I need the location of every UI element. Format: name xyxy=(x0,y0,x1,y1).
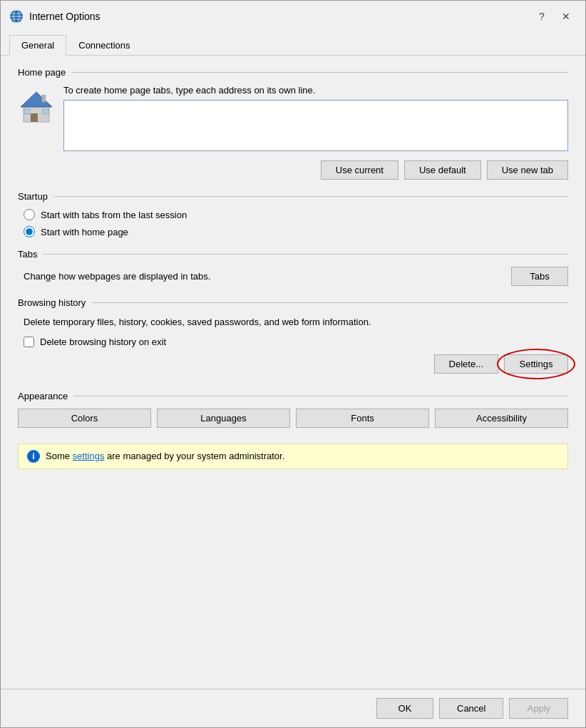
appearance-section: Appearance Colors Languages Fonts Access… xyxy=(18,391,568,428)
info-text-after: are managed by your system administrator… xyxy=(104,451,284,461)
browsing-history-header: Browsing history xyxy=(18,297,568,308)
tabs-row: Change how webpages are displayed in tab… xyxy=(24,267,568,286)
info-text-before: Some xyxy=(46,451,73,461)
browsing-history-section: Browsing history Delete temporary files,… xyxy=(18,297,568,379)
info-bar: i Some settings are managed by your syst… xyxy=(18,444,568,469)
svg-marker-6 xyxy=(21,92,52,107)
title-bar-left: Internet Options xyxy=(9,9,101,24)
svg-rect-8 xyxy=(24,109,30,114)
title-bar: Internet Options ? ✕ xyxy=(1,1,585,32)
startup-section: Startup Start with tabs from the last se… xyxy=(18,191,568,237)
home-page-textarea[interactable] xyxy=(63,100,568,151)
browsing-history-divider xyxy=(91,302,568,303)
info-text: Some settings are managed by your system… xyxy=(46,451,284,461)
svg-rect-7 xyxy=(31,113,38,122)
title-bar-controls: ? ✕ xyxy=(531,6,577,26)
tabs-section: Tabs Change how webpages are displayed i… xyxy=(18,249,568,286)
home-page-buttons: Use current Use default Use new tab xyxy=(18,160,568,180)
ok-button[interactable]: OK xyxy=(376,698,433,719)
use-new-tab-button[interactable]: Use new tab xyxy=(487,160,568,180)
home-page-section: Home page xyxy=(18,67,568,180)
appearance-divider xyxy=(73,396,568,396)
cancel-button[interactable]: Cancel xyxy=(439,698,503,719)
internet-options-dialog: Internet Options ? ✕ General Connections… xyxy=(0,0,586,728)
home-icon xyxy=(18,88,55,125)
startup-option-last-session[interactable]: Start with tabs from the last session xyxy=(24,209,568,220)
info-icon: i xyxy=(27,450,40,463)
home-page-description: To create home page tabs, type each addr… xyxy=(63,85,568,96)
accessibility-button[interactable]: Accessibility xyxy=(435,409,568,428)
startup-radio-home-page[interactable] xyxy=(24,226,35,237)
settings-button[interactable]: Settings xyxy=(504,354,568,374)
svg-rect-10 xyxy=(42,95,46,102)
startup-label-home-page: Start with home page xyxy=(41,227,128,237)
startup-radio-group: Start with tabs from the last session St… xyxy=(24,209,568,237)
tabs-button[interactable]: Tabs xyxy=(511,267,568,286)
appearance-title: Appearance xyxy=(18,391,73,401)
browsing-history-title: Browsing history xyxy=(18,297,91,308)
dialog-title: Internet Options xyxy=(29,11,101,22)
home-page-right: To create home page tabs, type each addr… xyxy=(63,85,568,153)
tabs-divider xyxy=(43,254,568,255)
startup-option-home-page[interactable]: Start with home page xyxy=(24,226,568,237)
tabs-description: Change how webpages are displayed in tab… xyxy=(24,271,210,282)
settings-link[interactable]: settings xyxy=(73,451,105,461)
startup-header: Startup xyxy=(18,191,568,202)
home-page-divider xyxy=(71,72,568,73)
home-page-content: To create home page tabs, type each addr… xyxy=(18,85,568,153)
browsing-buttons: Delete... Settings xyxy=(18,354,568,374)
startup-label-last-session: Start with tabs from the last session xyxy=(41,210,187,220)
delete-button[interactable]: Delete... xyxy=(434,354,498,374)
languages-button[interactable]: Languages xyxy=(157,409,290,428)
help-button[interactable]: ? xyxy=(531,6,552,26)
close-button[interactable]: ✕ xyxy=(555,6,577,26)
use-current-button[interactable]: Use current xyxy=(321,160,399,180)
home-page-header: Home page xyxy=(18,67,568,78)
startup-divider xyxy=(53,196,568,197)
startup-radio-last-session[interactable] xyxy=(24,209,35,220)
dialog-content: Home page xyxy=(1,56,585,689)
tab-general[interactable]: General xyxy=(9,35,66,56)
dialog-footer: OK Cancel Apply xyxy=(1,689,585,727)
delete-on-exit-label: Delete browsing history on exit xyxy=(40,337,166,347)
svg-rect-9 xyxy=(43,109,48,114)
fonts-button[interactable]: Fonts xyxy=(296,409,429,428)
tab-connections[interactable]: Connections xyxy=(66,35,142,56)
appearance-buttons: Colors Languages Fonts Accessibility xyxy=(18,409,568,428)
startup-title: Startup xyxy=(18,191,53,202)
colors-button[interactable]: Colors xyxy=(18,409,151,428)
delete-on-exit-checkbox-label[interactable]: Delete browsing history on exit xyxy=(24,337,568,347)
apply-button[interactable]: Apply xyxy=(509,698,568,719)
settings-button-wrapper: Settings xyxy=(504,354,568,374)
tab-bar: General Connections xyxy=(1,32,585,56)
browsing-history-description: Delete temporary files, history, cookies… xyxy=(24,315,568,329)
dialog-icon xyxy=(9,9,24,24)
delete-on-exit-checkbox[interactable] xyxy=(24,337,34,347)
use-default-button[interactable]: Use default xyxy=(404,160,481,180)
appearance-header: Appearance xyxy=(18,391,568,401)
home-page-title: Home page xyxy=(18,67,71,78)
tabs-section-header: Tabs xyxy=(18,249,568,260)
tabs-section-title: Tabs xyxy=(18,249,43,260)
